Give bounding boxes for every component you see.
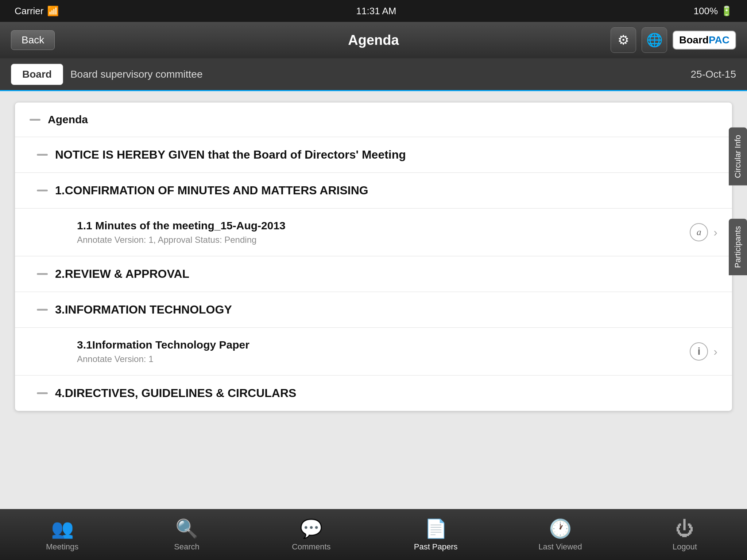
nav-bar: Back Agenda ⚙ 🌐 BoardPAC: [0, 22, 747, 58]
logout-label: Logout: [673, 542, 697, 552]
dash-icon: [37, 392, 48, 394]
wifi-icon: 📶: [47, 5, 59, 17]
row-title: 4.DIRECTIVES, GUIDELINES & CIRCULARS: [55, 386, 296, 400]
row-title: NOTICE IS HEREBY GIVEN that the Board of…: [55, 148, 406, 162]
battery-percent: 100%: [694, 5, 718, 17]
boardpac-label-board: Board: [679, 34, 709, 46]
search-label: Search: [174, 542, 200, 552]
annotate-icon[interactable]: a: [690, 223, 708, 241]
main-content: AgendaNOTICE IS HEREBY GIVEN that the Bo…: [0, 91, 747, 509]
nav-right-icons: ⚙ 🌐 BoardPAC: [611, 27, 736, 53]
carrier-label: Carrier: [15, 5, 43, 17]
sub-header-left: Board Board supervisory committee: [11, 64, 202, 85]
tab-bar: 👥 Meetings 🔍 Search 💬 Comments 📄 Past Pa…: [0, 509, 747, 560]
battery-info: 100% 🔋: [694, 5, 733, 17]
globe-button[interactable]: 🌐: [642, 27, 667, 53]
meetings-label: Meetings: [46, 542, 78, 552]
tab-logout[interactable]: ⏻ Logout: [623, 514, 747, 555]
past-papers-icon: 📄: [425, 518, 447, 539]
row-subtitle: Annotate Version: 1, Approval Status: Pe…: [77, 235, 286, 245]
circular-info-tab[interactable]: Circular Info: [729, 128, 747, 186]
agenda-row-item1-1[interactable]: 1.1 Minutes of the meeting_15-Aug-2013An…: [15, 209, 732, 256]
row-content: 4.DIRECTIVES, GUIDELINES & CIRCULARS: [55, 386, 296, 400]
row-content: 3.INFORMATION TECHNOLOGY: [55, 303, 232, 316]
page-title: Agenda: [348, 32, 399, 48]
comments-icon: 💬: [300, 518, 322, 539]
boardpac-label-pac: PAC: [709, 34, 729, 46]
past-papers-label: Past Papers: [414, 542, 458, 552]
tab-last-viewed[interactable]: 🕐 Last Viewed: [498, 514, 622, 555]
comments-label: Comments: [292, 542, 330, 552]
row-content: 3.1Information Technology PaperAnnotate …: [77, 339, 249, 364]
circular-info-label: Circular Info: [733, 135, 742, 178]
chevron-right-icon: ›: [713, 226, 717, 239]
row-title: 3.1Information Technology Paper: [77, 339, 249, 351]
row-title: 3.INFORMATION TECHNOLOGY: [55, 303, 232, 316]
battery-icon: 🔋: [721, 5, 732, 17]
sub-header: Board Board supervisory committee 25-Oct…: [0, 58, 747, 91]
row-right-actions: a›: [690, 223, 717, 241]
dash-icon: [37, 190, 48, 191]
agenda-row-agenda-header: Agenda: [15, 102, 732, 137]
agenda-row-section3: 3.INFORMATION TECHNOLOGY: [15, 292, 732, 328]
tab-search[interactable]: 🔍 Search: [124, 514, 249, 555]
participants-tab[interactable]: Participants: [729, 219, 747, 275]
row-content: NOTICE IS HEREBY GIVEN that the Board of…: [55, 148, 406, 162]
tab-comments[interactable]: 💬 Comments: [249, 514, 374, 555]
agenda-row-section2: 2.REVIEW & APPROVAL: [15, 256, 732, 292]
dash-icon: [37, 154, 48, 156]
row-content: 1.CONFIRMATION OF MINUTES AND MATTERS AR…: [55, 184, 368, 197]
board-tab[interactable]: Board: [11, 64, 63, 85]
row-title: 1.CONFIRMATION OF MINUTES AND MATTERS AR…: [55, 184, 368, 197]
boardpac-button[interactable]: BoardPAC: [673, 31, 736, 50]
settings-button[interactable]: ⚙: [611, 27, 636, 53]
tab-meetings[interactable]: 👥 Meetings: [0, 514, 124, 555]
row-right-actions: i›: [690, 342, 717, 361]
last-viewed-label: Last Viewed: [538, 542, 582, 552]
row-content: 1.1 Minutes of the meeting_15-Aug-2013An…: [77, 219, 286, 245]
agenda-card: AgendaNOTICE IS HEREBY GIVEN that the Bo…: [15, 102, 732, 411]
committee-title: Board supervisory committee: [70, 69, 203, 80]
dash-icon: [37, 309, 48, 311]
dash-icon: [37, 273, 48, 275]
carrier-info: Carrier 📶: [15, 5, 59, 17]
logout-icon: ⏻: [676, 518, 694, 539]
search-icon: 🔍: [175, 518, 198, 539]
chevron-right-icon: ›: [713, 345, 717, 358]
last-viewed-icon: 🕐: [549, 518, 572, 539]
row-content: 2.REVIEW & APPROVAL: [55, 267, 189, 281]
status-bar: Carrier 📶 11:31 AM 100% 🔋: [0, 0, 747, 22]
agenda-row-item3-1[interactable]: 3.1Information Technology PaperAnnotate …: [15, 328, 732, 376]
agenda-row-notice: NOTICE IS HEREBY GIVEN that the Board of…: [15, 137, 732, 173]
dash-icon: [30, 119, 40, 121]
row-content: Agenda: [48, 113, 88, 126]
row-title: 2.REVIEW & APPROVAL: [55, 267, 189, 281]
row-subtitle: Annotate Version: 1: [77, 354, 249, 364]
meeting-date: 25-Oct-15: [691, 69, 736, 80]
tab-past-papers[interactable]: 📄 Past Papers: [374, 514, 498, 555]
back-button[interactable]: Back: [11, 30, 55, 50]
time-display: 11:31 AM: [356, 5, 396, 17]
meetings-icon: 👥: [51, 518, 74, 539]
agenda-row-section4: 4.DIRECTIVES, GUIDELINES & CIRCULARS: [15, 376, 732, 411]
info-icon[interactable]: i: [690, 342, 708, 361]
row-title: Agenda: [48, 113, 88, 126]
gear-icon: ⚙: [618, 32, 629, 48]
agenda-row-section1: 1.CONFIRMATION OF MINUTES AND MATTERS AR…: [15, 173, 732, 209]
participants-label: Participants: [733, 226, 742, 268]
globe-icon: 🌐: [646, 32, 663, 48]
row-title: 1.1 Minutes of the meeting_15-Aug-2013: [77, 219, 286, 232]
